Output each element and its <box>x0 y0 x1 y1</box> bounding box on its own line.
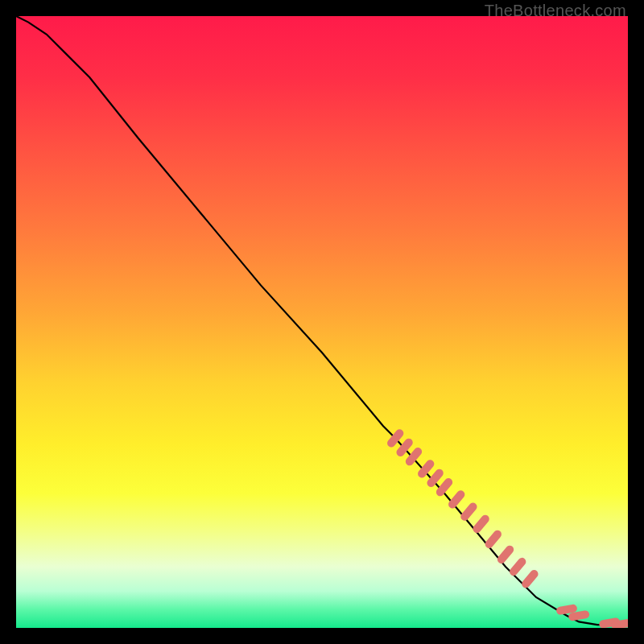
plot-background <box>16 16 628 628</box>
bottleneck-chart <box>16 16 628 628</box>
